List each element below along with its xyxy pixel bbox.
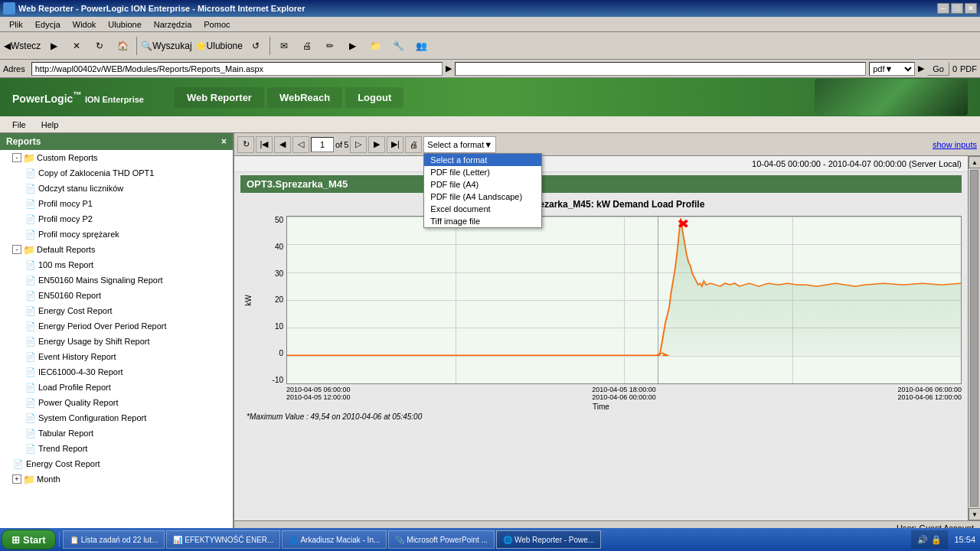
- sidebar-item-event-history[interactable]: 📄 Event History Report: [0, 349, 233, 364]
- search-button[interactable]: 🔍 Wyszukaj: [140, 35, 192, 57]
- tools-button[interactable]: 🔧: [388, 35, 410, 57]
- taskbar-item-3[interactable]: 📎 Microsoft PowerPoint ...: [388, 530, 495, 549]
- item-label: Profil mocy sprężarek: [38, 230, 119, 239]
- menu-ulubione[interactable]: Ulubione: [102, 18, 147, 31]
- window-controls[interactable]: ─ □ ✕: [937, 3, 977, 14]
- collapse-custom[interactable]: -: [12, 153, 21, 162]
- app-menu-help[interactable]: Help: [35, 119, 65, 131]
- edit-button[interactable]: ✏: [319, 35, 341, 57]
- collapse-default[interactable]: -: [12, 245, 21, 254]
- clock: 15:54: [954, 535, 975, 544]
- history-button[interactable]: ↺: [245, 35, 266, 57]
- sidebar-item-100ms[interactable]: 📄 100 ms Report: [0, 257, 233, 272]
- chart-line-pre: [287, 353, 668, 355]
- sidebar-item-month[interactable]: + 📁 Month: [0, 471, 233, 487]
- taskbar-item-0[interactable]: 📋 Lista zadań od 22 lut...: [63, 530, 165, 549]
- close-btn[interactable]: ✕: [965, 3, 977, 14]
- app-nav: Web Reporter WebReach Logout: [175, 87, 403, 108]
- start-button[interactable]: ⊞ Start: [2, 530, 56, 549]
- sidebar-item-en50160[interactable]: 📄 EN50160 Report: [0, 288, 233, 303]
- app-header: PowerLogic™ ION Enterprise Web Reporter …: [0, 78, 980, 116]
- pdf-input[interactable]: [455, 62, 866, 76]
- menu-edycja[interactable]: Edycja: [29, 18, 67, 31]
- sidebar-item-profil-p2[interactable]: 📄 Profil mocy P2: [0, 211, 233, 227]
- stop-button[interactable]: ✕: [66, 35, 87, 57]
- sidebar-item-copy-zaklocenia[interactable]: 📄 Copy of Zaklocenia THD OPT1: [0, 165, 233, 181]
- dropdown-item-select[interactable]: Select a format: [424, 154, 541, 166]
- pdf-select[interactable]: pdf▼: [869, 62, 915, 76]
- page-total: 5: [344, 140, 348, 149]
- toolbar-prev2-btn[interactable]: ◁: [292, 136, 309, 153]
- mail-button[interactable]: ✉: [273, 35, 295, 57]
- menu-plik[interactable]: Plik: [3, 18, 29, 31]
- home-button[interactable]: 🏠: [112, 35, 133, 57]
- dropdown-item-tiff[interactable]: Tiff image file: [424, 215, 541, 227]
- nav-webreach[interactable]: WebReach: [267, 87, 342, 108]
- toolbar-refresh-btn[interactable]: ↻: [237, 136, 254, 153]
- maximize-btn[interactable]: □: [951, 3, 963, 14]
- forward-button[interactable]: ▶: [43, 35, 64, 57]
- sidebar-collapse-icon[interactable]: ×: [221, 136, 227, 147]
- taskbar: ⊞ Start 📋 Lista zadań od 22 lut... 📊 EFE…: [0, 528, 980, 551]
- scroll-up-btn[interactable]: ▲: [969, 156, 980, 168]
- format-select[interactable]: Select a format ▼: [423, 136, 496, 153]
- dropdown-item-pdf-a4[interactable]: PDF file (A4): [424, 178, 541, 191]
- dropdown-item-pdf-a4-landscape[interactable]: PDF file (A4 Landscape): [424, 191, 541, 203]
- toolbar-last-btn[interactable]: ▶|: [387, 136, 403, 153]
- sidebar-item-system-config[interactable]: 📄 System Configuration Report: [0, 410, 233, 425]
- taskbar-item-2[interactable]: 👤 Arkadiusz Maciak - In...: [282, 530, 387, 549]
- taskbar-item-1[interactable]: 📊 EFEKTYWNOŚĆ ENER...: [166, 530, 280, 549]
- media-button[interactable]: ▶: [342, 35, 364, 57]
- folder-button[interactable]: 📁: [365, 35, 387, 57]
- toolbar-next-btn[interactable]: ▶: [368, 136, 385, 153]
- nav-web-reporter[interactable]: Web Reporter: [175, 87, 264, 108]
- sidebar-item-en50160-mains[interactable]: 📄 EN50160 Mains Signaling Report: [0, 272, 233, 288]
- sidebar-item-load-profile[interactable]: 📄 Load Profile Report: [0, 380, 233, 395]
- sidebar-item-tabular[interactable]: 📄 Tabular Report: [0, 425, 233, 441]
- sidebar-item-power-quality[interactable]: 📄 Power Quality Report: [0, 395, 233, 410]
- app-menu-file[interactable]: File: [6, 119, 32, 131]
- sidebar-item-profil-p1[interactable]: 📄 Profil mocy P1: [0, 196, 233, 211]
- nav-logout[interactable]: Logout: [345, 87, 403, 108]
- sidebar-item-profil-sprezarek[interactable]: 📄 Profil mocy sprężarek: [0, 227, 233, 242]
- sidebar-item-custom-reports[interactable]: - 📁 Custom Reports: [0, 150, 233, 165]
- collapse-month[interactable]: +: [12, 474, 21, 484]
- page-input[interactable]: [311, 137, 334, 152]
- toolbar-print-btn[interactable]: 🖨: [405, 136, 422, 153]
- show-inputs-link[interactable]: show inputs: [933, 140, 977, 149]
- favorites-button[interactable]: ⭐ Ulubione: [194, 35, 243, 57]
- report-title-bar: OPT3.Sprezarka_M45: [240, 175, 962, 193]
- vertical-scrollbar[interactable]: ▲ ▼: [968, 156, 980, 520]
- refresh-button[interactable]: ↻: [89, 35, 110, 57]
- scroll-down-btn[interactable]: ▼: [969, 508, 980, 520]
- y-axis-label-container: kW: [240, 216, 256, 384]
- toolbar-prev-btn[interactable]: ◀: [274, 136, 291, 153]
- sidebar-item-energy-cost[interactable]: 📄 Energy Cost Report: [0, 303, 233, 318]
- sidebar-item-energy-cost-group[interactable]: 📄 Energy Cost Report: [0, 456, 233, 471]
- address-input[interactable]: [31, 62, 443, 76]
- sidebar-item-odczyt[interactable]: 📄 Odczyt stanu liczników: [0, 181, 233, 196]
- menu-narzedzia[interactable]: Narzędzia: [148, 18, 198, 31]
- sidebar-item-trend[interactable]: 📄 Trend Report: [0, 441, 233, 456]
- dropdown-item-pdf-letter[interactable]: PDF file (Letter): [424, 166, 541, 178]
- dropdown-item-excel[interactable]: Excel document: [424, 203, 541, 215]
- sidebar-item-energy-shift[interactable]: 📄 Energy Usage by Shift Report: [0, 334, 233, 349]
- scroll-thumb[interactable]: [970, 170, 978, 507]
- toolbar-next2-btn[interactable]: ▷: [350, 136, 367, 153]
- minimize-btn[interactable]: ─: [937, 3, 949, 14]
- taskbar-item-4[interactable]: 🌐 Web Reporter - Powe...: [496, 530, 601, 549]
- menu-pomoc[interactable]: Pomoc: [198, 18, 236, 31]
- sidebar-item-energy-period[interactable]: 📄 Energy Period Over Period Report: [0, 318, 233, 334]
- item-label: Event History Report: [38, 352, 116, 361]
- doc-icon: 📄: [12, 458, 24, 470]
- sidebar-item-iec61000[interactable]: 📄 IEC61000-4-30 Report: [0, 364, 233, 380]
- print-button[interactable]: 🖨: [296, 35, 318, 57]
- item-label: EN50160 Report: [38, 291, 101, 300]
- go-button[interactable]: Go: [927, 62, 949, 76]
- toolbar-first-btn[interactable]: |◀: [256, 136, 273, 153]
- menu-widok[interactable]: Widok: [67, 18, 103, 31]
- back-button[interactable]: ◀ Wstecz: [3, 35, 41, 57]
- sidebar-item-default-reports[interactable]: - 📁 Default Reports: [0, 242, 233, 257]
- users-button[interactable]: 👥: [411, 35, 433, 57]
- folder-icon: 📁: [23, 473, 35, 485]
